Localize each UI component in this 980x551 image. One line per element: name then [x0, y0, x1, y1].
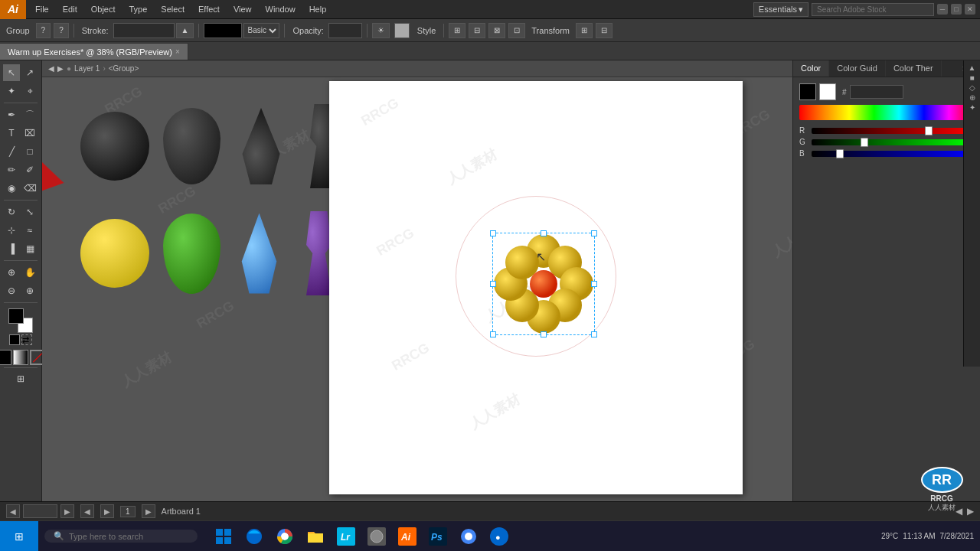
- close-button[interactable]: ✕: [965, 4, 975, 15]
- scale-tool[interactable]: ⤡: [21, 204, 38, 220]
- tab-close[interactable]: ×: [175, 47, 180, 56]
- align-right[interactable]: ⊡: [508, 23, 525, 38]
- fill-solid-btn[interactable]: [0, 350, 11, 365]
- default-colors-btn[interactable]: [9, 334, 20, 345]
- foreground-color-swatch[interactable]: [8, 308, 24, 324]
- color-theme-tab[interactable]: Color Ther: [886, 60, 942, 77]
- lasso-tool[interactable]: ⌖: [21, 83, 38, 99]
- select-tool[interactable]: ↖: [3, 64, 20, 81]
- menu-select[interactable]: Select: [155, 3, 191, 15]
- flower-group[interactable]: ↖: [494, 234, 593, 335]
- page-next[interactable]: ▶: [100, 504, 114, 518]
- graph-tool[interactable]: ▐: [3, 240, 20, 257]
- slider-b[interactable]: [812, 151, 974, 157]
- group-options-btn2[interactable]: ?: [54, 23, 69, 38]
- slider-handle-g[interactable]: [861, 138, 868, 147]
- menu-type[interactable]: Type: [123, 3, 154, 15]
- rotate-tool[interactable]: ↻: [3, 204, 20, 220]
- column-graph-tool[interactable]: ▦: [21, 240, 38, 257]
- black-swatch[interactable]: [799, 83, 816, 100]
- group-options-btn[interactable]: ?: [36, 23, 51, 38]
- zoom-in-tool[interactable]: ⊕: [21, 282, 38, 299]
- taskbar-lightroom[interactable]: Lr: [332, 523, 360, 550]
- align-v[interactable]: ⊠: [488, 23, 505, 38]
- slider-g[interactable]: [812, 139, 974, 145]
- hex-input[interactable]: ff562a: [850, 85, 903, 99]
- style-btn[interactable]: ☀: [372, 23, 390, 38]
- stroke-up[interactable]: ▲: [176, 23, 194, 38]
- strip-btn-4[interactable]: ⊕: [969, 93, 975, 102]
- color-guide-tab[interactable]: Color Guid: [829, 60, 886, 77]
- direct-select-tool[interactable]: ↗: [21, 64, 38, 81]
- transform-btn[interactable]: ⊞: [576, 23, 593, 38]
- pen-tool[interactable]: ✒: [3, 106, 20, 123]
- align-left[interactable]: ⊞: [449, 23, 466, 38]
- strip-btn-5[interactable]: ✦: [969, 103, 975, 112]
- taskbar-search-input[interactable]: [69, 532, 184, 541]
- taskbar-photoshop[interactable]: Ps: [424, 523, 452, 550]
- blob-brush-tool[interactable]: ◉: [3, 180, 20, 197]
- taskbar-illustrator[interactable]: Ai: [394, 523, 421, 550]
- white-swatch[interactable]: [819, 83, 836, 100]
- breadcrumb-group[interactable]: <Group>: [109, 64, 139, 73]
- menu-effect[interactable]: Effect: [192, 3, 226, 15]
- hand-tool[interactable]: ✋: [21, 264, 38, 281]
- menu-window[interactable]: Window: [260, 3, 302, 15]
- menu-object[interactable]: Object: [85, 3, 122, 15]
- artboards-btn[interactable]: ⊞: [4, 370, 38, 387]
- menu-edit[interactable]: Edit: [57, 3, 83, 15]
- zoom-next[interactable]: ▶: [60, 504, 74, 518]
- page-end[interactable]: ▶: [142, 504, 155, 518]
- stroke-select[interactable]: Basic: [243, 23, 279, 38]
- page-prev[interactable]: ◀: [80, 504, 94, 518]
- color-tab[interactable]: Color: [793, 60, 829, 77]
- maximize-button[interactable]: □: [951, 4, 962, 15]
- breadcrumb-navigate-fwd[interactable]: ▶: [57, 64, 64, 73]
- magic-wand-tool[interactable]: ✦: [3, 83, 20, 99]
- stroke-input[interactable]: [113, 23, 175, 38]
- zoom-prev[interactable]: ◀: [6, 504, 20, 518]
- slider-handle-r[interactable]: [925, 126, 933, 135]
- eraser-tool[interactable]: ⌫: [21, 180, 38, 197]
- menu-view[interactable]: View: [227, 3, 258, 15]
- strip-btn-1[interactable]: ▲: [968, 64, 976, 72]
- taskbar-explorer[interactable]: [210, 523, 237, 550]
- paintbrush-tool[interactable]: ✏: [3, 161, 20, 178]
- taskbar-search-box[interactable]: 🔍: [44, 530, 198, 543]
- fill-gradient-btn[interactable]: [13, 350, 28, 365]
- taskbar-file-explorer[interactable]: [302, 523, 329, 550]
- opacity-input[interactable]: 100%: [328, 23, 362, 38]
- breadcrumb-layer[interactable]: Layer 1: [74, 64, 100, 73]
- align-h[interactable]: ⊟: [469, 23, 485, 38]
- strip-btn-2[interactable]: ■: [969, 73, 974, 82]
- swap-colors-btn[interactable]: ⇄: [21, 334, 32, 345]
- canvas-area[interactable]: RRCG 人人素材 RRCG 人人素材 RRCG 人人素材 RRCG 人人素材 …: [42, 77, 792, 501]
- breadcrumb-navigate-back[interactable]: ◀: [48, 64, 54, 73]
- type-tool[interactable]: T: [3, 125, 20, 142]
- zoom-input[interactable]: 38%: [23, 504, 57, 518]
- taskbar-chrome[interactable]: [271, 523, 299, 550]
- color-spectrum[interactable]: [799, 105, 974, 120]
- essentials-dropdown[interactable]: Essentials ▾: [753, 2, 808, 17]
- document-tab[interactable]: Warm up Exercises* @ 38% (RGB/Preview) ×: [0, 43, 188, 60]
- taskbar-edge[interactable]: [240, 523, 268, 550]
- start-button[interactable]: ⊞: [0, 521, 38, 552]
- taskbar-mystery[interactable]: [363, 523, 390, 550]
- reshape-tool[interactable]: ⊹: [3, 222, 20, 239]
- transform-btn2[interactable]: ⊟: [596, 23, 612, 38]
- slider-r[interactable]: [812, 128, 974, 134]
- zoom-tool[interactable]: ⊕: [3, 264, 20, 281]
- warp-tool[interactable]: ≈: [21, 222, 38, 239]
- strip-btn-3[interactable]: ◇: [969, 83, 975, 92]
- menu-file[interactable]: File: [29, 3, 55, 15]
- menu-help[interactable]: Help: [303, 3, 333, 15]
- pencil-tool[interactable]: ✐: [21, 161, 38, 178]
- zoom-out-tool[interactable]: ⊖: [3, 282, 20, 299]
- taskbar-extra[interactable]: ●: [485, 523, 513, 550]
- search-stock-input[interactable]: [812, 3, 934, 16]
- curvature-tool[interactable]: ⌒: [21, 106, 38, 123]
- taskbar-chrome-2[interactable]: [455, 523, 482, 550]
- line-tool[interactable]: ╱: [3, 143, 20, 160]
- minimize-button[interactable]: ─: [937, 4, 948, 15]
- rect-tool[interactable]: □: [21, 143, 38, 160]
